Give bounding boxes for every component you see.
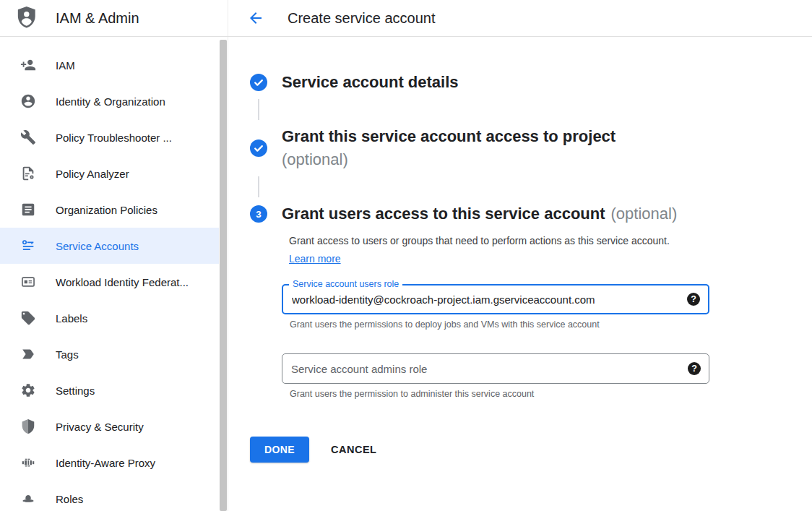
iam-admin-shield-logo-icon [16,7,38,30]
sidebar-item-identity-aware-proxy[interactable]: Identity-Aware Proxy [0,445,219,481]
sidebar-item-label: Workload Identity Federat... [56,276,189,288]
step-3-optional-label: (optional) [611,205,678,223]
sidebar-item-label: Roles [56,493,83,505]
form-actions: DONE CANCEL [250,437,812,463]
sidebar-item-identity-organization[interactable]: Identity & Organization [0,83,219,119]
create-service-account-panel: Service account details Grant this servi… [228,37,812,511]
learn-more-link[interactable]: Learn more [289,253,341,265]
sidebar-scrollbar [219,37,228,511]
step-2-optional-label: (optional) [282,148,616,171]
admins-role-input[interactable] [282,363,688,375]
proxy-icon [20,455,36,471]
help-icon[interactable]: ? [687,293,700,306]
sidebar-item-label: Service Accounts [56,240,139,252]
tag-icon [20,310,36,326]
card-icon [20,274,36,290]
gear-icon [20,382,36,398]
users-role-helper-text: Grant users the permissions to deploy jo… [282,319,812,330]
step-2-check-icon [250,139,267,157]
wrench-icon [20,129,36,145]
sidebar-item-label: Settings [56,385,95,397]
person-add-icon [20,57,36,73]
step-connector [258,99,259,120]
sidebar-scrollbar-thumb[interactable] [220,40,227,511]
users-role-floating-label: Service account users role [289,279,402,289]
step-3-description: Grant access to users or groups that nee… [282,232,675,268]
service-account-admins-role-field: ? [282,353,709,384]
step-2-grant-access-to-project: Grant this service account access to pro… [250,125,812,171]
app-header: IAM & Admin Create service account [0,0,812,37]
sidebar-item-organization-policies[interactable]: Organization Policies [0,192,219,228]
step-3-grant-users-access: 3 Grant users access to this service acc… [250,202,812,226]
sidebar-item-label: Identity-Aware Proxy [56,457,155,469]
sidebar-nav: IAM Identity & Organization Policy Troub… [0,37,219,511]
sidebar-item-label: Labels [56,312,87,325]
step-connector [258,176,259,197]
sidebar-item-settings[interactable]: Settings [0,372,219,408]
label-important-icon [20,346,36,362]
account-circle-icon [20,93,36,109]
sidebar-item-policy-analyzer[interactable]: Policy Analyzer [0,155,219,192]
sidebar-item-label: Organization Policies [56,204,157,216]
step-3-title: Grant users access to this service accou… [282,202,677,226]
policy-analyzer-icon [20,166,36,181]
sidebar-item-label: Privacy & Security [56,421,144,433]
section-title: IAM & Admin [56,10,139,27]
step-3-title-text: Grant users access to this service accou… [282,205,605,223]
sidebar-item-policy-troubleshooter[interactable]: Policy Troubleshooter ... [0,119,219,155]
page-header: Create service account [228,0,812,36]
step-2-title-text: Grant this service account access to pro… [282,127,616,145]
page-title: Create service account [288,10,436,27]
help-icon[interactable]: ? [688,362,701,375]
sidebar-item-labels[interactable]: Labels [0,300,219,336]
shield-icon [20,418,36,434]
sidebar-header: IAM & Admin [0,0,228,36]
step-3-number-badge: 3 [250,205,267,223]
sidebar-item-workload-identity-federation[interactable]: Workload Identity Federat... [0,264,219,300]
sidebar-item-label: Policy Troubleshooter ... [56,132,172,144]
done-button[interactable]: DONE [250,437,309,463]
step-2-title: Grant this service account access to pro… [282,125,616,171]
sidebar-item-label: Policy Analyzer [56,168,129,180]
sidebar-item-service-accounts[interactable]: Service Accounts [0,228,219,264]
roles-hat-icon [20,491,36,507]
service-account-icon [20,238,36,254]
users-role-input[interactable] [283,293,687,306]
service-account-users-role-field: Service account users role ? [282,284,709,314]
step-3-body: Grant access to users or groups that nee… [282,232,812,463]
article-icon [20,202,36,218]
cancel-button[interactable]: CANCEL [331,444,376,455]
sidebar-item-privacy-security[interactable]: Privacy & Security [0,408,219,445]
back-arrow-icon[interactable] [247,9,264,27]
sidebar-item-label: Identity & Organization [56,95,165,108]
admins-role-helper-text: Grant users the permission to administer… [282,389,812,399]
sidebar-item-label: IAM [56,59,75,72]
step-1-service-account-details: Service account details [250,71,812,94]
sidebar-item-label: Tags [56,348,79,361]
step-1-title: Service account details [282,71,459,94]
step-1-check-icon [250,74,267,91]
sidebar-item-roles[interactable]: Roles [0,481,219,511]
sidebar-item-tags[interactable]: Tags [0,336,219,372]
sidebar-item-iam[interactable]: IAM [0,47,219,83]
